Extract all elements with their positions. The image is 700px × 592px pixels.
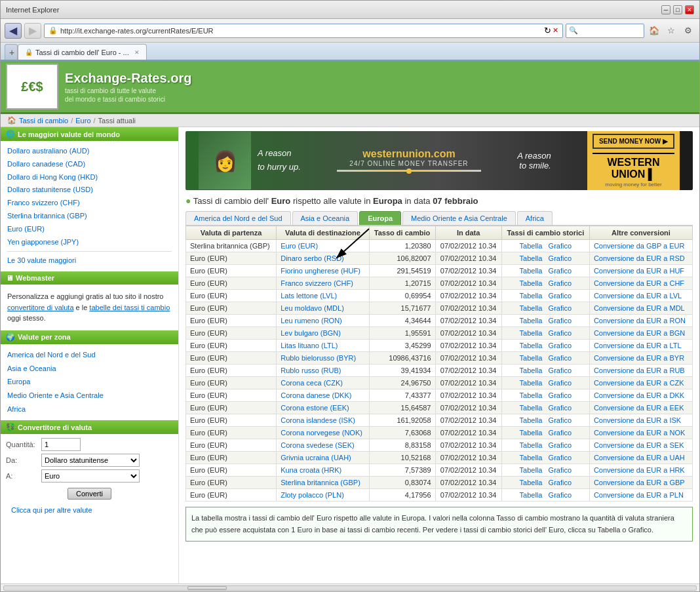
currency-link-chf[interactable]: Franco svizzero (CHF): [7, 197, 172, 210]
conv-link[interactable]: Conversione da EUR a HRK: [594, 466, 685, 474]
grafico-link[interactable]: Grafico: [549, 416, 572, 424]
conv-link[interactable]: Conversione da EUR a MDL: [594, 304, 685, 312]
to-link[interactable]: Lev bulgaro (BGN): [281, 329, 341, 337]
conv-link[interactable]: Conversione da EUR a GBP: [594, 479, 685, 486]
tab-americas[interactable]: America del Nord e del Sud: [185, 211, 291, 225]
to-link[interactable]: Grivnia ucraina (UAH): [281, 454, 351, 462]
tabella-link[interactable]: Tabella: [520, 267, 543, 275]
conv-link[interactable]: Conversione da EUR a NOK: [594, 429, 685, 437]
tabella-link[interactable]: Tabella: [520, 317, 543, 325]
webmaster-conv-link[interactable]: convertitore di valuta: [7, 304, 74, 311]
stop-icon[interactable]: ✕: [553, 26, 558, 35]
tabella-link[interactable]: Tabella: [520, 354, 543, 362]
grafico-link[interactable]: Grafico: [549, 479, 572, 486]
address-bar[interactable]: 🔒 http://it.exchange-rates.org/currentRa…: [44, 24, 563, 38]
zone-africa[interactable]: Africa: [7, 403, 172, 416]
conv-link[interactable]: Conversione da EUR a RSD: [594, 254, 685, 262]
breadcrumb-link-1[interactable]: Tassi di cambio: [19, 117, 68, 125]
conv-link[interactable]: Conversione da EUR a PLN: [594, 491, 684, 499]
convert-button[interactable]: Converti: [68, 488, 111, 500]
grafico-link[interactable]: Grafico: [549, 254, 572, 262]
conv-link[interactable]: Conversione da EUR a BGN: [594, 329, 685, 337]
conv-link[interactable]: Conversione da EUR a UAH: [594, 454, 685, 462]
conv-link[interactable]: Conversione da EUR a ISK: [594, 416, 681, 424]
tabella-link[interactable]: Tabella: [520, 391, 543, 399]
to-link[interactable]: Corona estone (EEK): [281, 404, 349, 412]
home-button[interactable]: 🏠: [647, 24, 661, 38]
tabella-link[interactable]: Tabella: [520, 491, 543, 499]
tab-new[interactable]: +: [5, 44, 18, 60]
zone-americas[interactable]: America del Nord e del Sud: [7, 348, 172, 362]
grafico-link[interactable]: Grafico: [549, 292, 572, 300]
tabella-link[interactable]: Tabella: [520, 242, 543, 250]
tab-close-icon[interactable]: ✕: [134, 49, 140, 56]
currency-link-hkd[interactable]: Dollaro di Hong Kong (HKD): [7, 171, 172, 184]
tab-africa[interactable]: Africa: [517, 211, 553, 225]
tabella-link[interactable]: Tabella: [520, 404, 543, 412]
grafico-link[interactable]: Grafico: [549, 391, 572, 399]
grafico-link[interactable]: Grafico: [549, 317, 572, 325]
to-link[interactable]: Lats lettone (LVL): [281, 292, 337, 300]
tabella-link[interactable]: Tabella: [520, 342, 543, 349]
to-link[interactable]: Fiorino ungherese (HUF): [281, 267, 360, 275]
back-button[interactable]: ◀: [5, 23, 22, 39]
forward-button[interactable]: ▶: [24, 23, 41, 39]
tabella-link[interactable]: Tabella: [520, 466, 543, 474]
to-link[interactable]: Leu moldavo (MDL): [281, 304, 344, 312]
more-currencies-link[interactable]: Le 30 valute maggiori: [7, 254, 172, 267]
minimize-button[interactable]: ─: [661, 5, 671, 14]
to-link[interactable]: Dinaro serbo (RSD): [281, 254, 344, 262]
conv-link[interactable]: Conversione da EUR a CHF: [594, 279, 684, 287]
to-link[interactable]: Franco svizzero (CHF): [281, 279, 353, 287]
to-link[interactable]: Corona ceca (CZK): [281, 379, 343, 387]
close-button[interactable]: ✕: [685, 5, 694, 14]
grafico-link[interactable]: Grafico: [549, 466, 572, 474]
grafico-link[interactable]: Grafico: [549, 304, 572, 312]
grafico-link[interactable]: Grafico: [549, 429, 572, 437]
conv-link[interactable]: Conversione da EUR a CZK: [594, 379, 684, 387]
to-link[interactable]: Sterlina britannica (GBP): [281, 479, 360, 486]
to-link[interactable]: Leu rumeno (RON): [281, 317, 342, 325]
tabella-link[interactable]: Tabella: [520, 416, 543, 424]
tabella-link[interactable]: Tabella: [520, 441, 543, 449]
from-select[interactable]: Dollaro statunitense Euro: [41, 454, 140, 467]
conv-link[interactable]: Conversione da EUR a LTL: [594, 342, 682, 349]
to-link[interactable]: Corona svedese (SEK): [281, 441, 355, 449]
currency-link-jpy[interactable]: Yen giapponese (JPY): [7, 236, 172, 249]
to-select[interactable]: Euro Dollaro statunitense: [41, 469, 140, 483]
currency-link-eur[interactable]: Euro (EUR): [7, 223, 172, 236]
scrollbar-thumb[interactable]: [187, 586, 227, 590]
conv-link[interactable]: Conversione da EUR a SEK: [594, 441, 684, 449]
settings-button[interactable]: ⚙: [681, 24, 695, 38]
tabella-link[interactable]: Tabella: [520, 366, 543, 374]
conv-link[interactable]: Conversione da EUR a EEK: [594, 404, 684, 412]
to-link[interactable]: Euro (EUR): [281, 242, 318, 250]
grafico-link[interactable]: Grafico: [549, 329, 572, 337]
tab-europa[interactable]: Europa: [359, 211, 401, 225]
search-box[interactable]: 🔍: [566, 24, 644, 38]
grafico-link[interactable]: Grafico: [549, 354, 572, 362]
grafico-link[interactable]: Grafico: [549, 279, 572, 287]
grafico-link[interactable]: Grafico: [549, 454, 572, 462]
tabella-link[interactable]: Tabella: [520, 454, 543, 462]
tab-middle-east[interactable]: Medio Oriente e Asia Centrale: [402, 211, 516, 225]
grafico-link[interactable]: Grafico: [549, 379, 572, 387]
refresh-icon[interactable]: ↻: [544, 26, 551, 35]
conv-link[interactable]: Conversione da EUR a DKK: [594, 391, 684, 399]
zone-europa[interactable]: Europa: [7, 375, 172, 389]
zone-middle-east[interactable]: Medio Oriente e Asia Centrale: [7, 389, 172, 403]
qty-input[interactable]: [41, 438, 81, 451]
grafico-link[interactable]: Grafico: [549, 267, 572, 275]
wu-send-button[interactable]: SEND MONEY NOW ▶: [593, 134, 674, 149]
tabella-link[interactable]: Tabella: [520, 292, 543, 300]
more-currencies-footer-link[interactable]: Clicca qui per altre valute: [6, 503, 173, 517]
tabella-link[interactable]: Tabella: [520, 479, 543, 486]
tabella-link[interactable]: Tabella: [520, 429, 543, 437]
grafico-link[interactable]: Grafico: [549, 366, 572, 374]
conv-link[interactable]: Conversione da GBP a EUR: [594, 242, 685, 250]
to-link[interactable]: Kuna croata (HRK): [281, 466, 341, 474]
conv-link[interactable]: Conversione da EUR a RUB: [594, 366, 685, 374]
to-link[interactable]: Corona norvegese (NOK): [281, 429, 362, 437]
zone-asia[interactable]: Asia e Oceania: [7, 362, 172, 376]
grafico-link[interactable]: Grafico: [549, 441, 572, 449]
